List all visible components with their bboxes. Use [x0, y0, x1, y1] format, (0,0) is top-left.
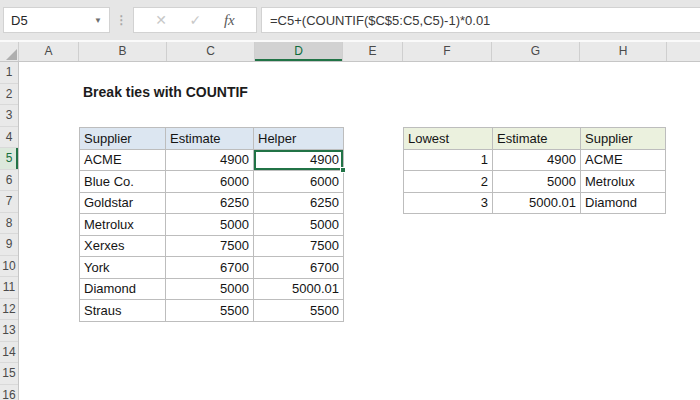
cell-B10[interactable]: York: [80, 257, 166, 279]
column-header-F[interactable]: F: [403, 42, 492, 61]
row-header-1[interactable]: 1: [0, 62, 18, 84]
cell-F5[interactable]: 1: [404, 149, 493, 171]
cell-H4[interactable]: Supplier: [581, 128, 666, 150]
enter-icon[interactable]: ✓: [190, 12, 202, 28]
cell-C12[interactable]: 5500: [166, 300, 254, 322]
cell-C9[interactable]: 7500: [166, 235, 254, 257]
table-row: Xerxes75007500: [80, 235, 344, 257]
table-row: Blue Co.60006000: [80, 171, 344, 193]
name-box[interactable]: D5 ▼: [3, 7, 110, 33]
column-header-H[interactable]: H: [580, 42, 667, 61]
formula-bar: D5 ▼ ⋮ ✕ ✓ fx =C5+(COUNTIF($C$5:C5,C5)-1…: [0, 0, 700, 40]
cell-D6[interactable]: 6000: [254, 171, 344, 193]
table-row: Metrolux50005000: [80, 214, 344, 236]
row-header-7[interactable]: 7: [0, 191, 18, 213]
row-header-3[interactable]: 3: [0, 105, 18, 127]
select-all-corner[interactable]: [0, 42, 19, 61]
cell-D9[interactable]: 7500: [254, 235, 344, 257]
table-row: Straus55005500: [80, 300, 344, 322]
cell-D8[interactable]: 5000: [254, 214, 344, 236]
row-header-15[interactable]: 15: [0, 363, 18, 385]
table-header-row: SupplierEstimateHelper: [80, 128, 344, 150]
formula-buttons: ✕ ✓ fx: [133, 7, 257, 33]
cell-B5[interactable]: ACME: [80, 149, 166, 171]
cancel-icon[interactable]: ✕: [155, 12, 167, 28]
row-header-16[interactable]: 16: [0, 385, 18, 400]
cell-G7[interactable]: 5000.01: [493, 192, 581, 214]
cell-B2-title[interactable]: Break ties with COUNTIF: [83, 81, 248, 103]
cell-C10[interactable]: 6700: [166, 257, 254, 279]
row-header-9[interactable]: 9: [0, 234, 18, 256]
formula-text: =C5+(COUNTIF($C$5:C5,C5)-1)*0.01: [270, 13, 490, 28]
row-header-5[interactable]: 5: [0, 148, 18, 170]
column-header-B[interactable]: B: [79, 42, 167, 61]
cell-C8[interactable]: 5000: [166, 214, 254, 236]
row-header-8[interactable]: 8: [0, 213, 18, 235]
column-header-A[interactable]: A: [19, 42, 79, 61]
column-headers: ABCDEFGH: [0, 42, 700, 62]
formula-bar-drag-handle-icon: ⋮: [110, 13, 133, 27]
fill-handle[interactable]: [340, 167, 346, 173]
column-header-filler: [667, 42, 700, 61]
column-header-E[interactable]: E: [343, 42, 403, 61]
table-row: 35000.01Diamond: [404, 192, 666, 214]
row-header-14[interactable]: 14: [0, 342, 18, 364]
table-row: Goldstar62506250: [80, 192, 344, 214]
column-header-G[interactable]: G: [492, 42, 580, 61]
cell-B12[interactable]: Straus: [80, 300, 166, 322]
sheet-grid: 12345678910111213141516 Break ties with …: [0, 62, 700, 400]
cell-D12[interactable]: 5500: [254, 300, 344, 322]
cell-G4[interactable]: Estimate: [493, 128, 581, 150]
cell-B6[interactable]: Blue Co.: [80, 171, 166, 193]
column-header-C[interactable]: C: [167, 42, 255, 61]
insert-function-icon[interactable]: fx: [224, 12, 235, 29]
row-header-6[interactable]: 6: [0, 170, 18, 192]
cell-B8[interactable]: Metrolux: [80, 214, 166, 236]
cell-G6[interactable]: 5000: [493, 171, 581, 193]
cell-C5[interactable]: 4900: [166, 149, 254, 171]
cell-C6[interactable]: 6000: [166, 171, 254, 193]
row-header-2[interactable]: 2: [0, 84, 18, 106]
cell-C7[interactable]: 6250: [166, 192, 254, 214]
table-row: York67006700: [80, 257, 344, 279]
cell-B9[interactable]: Xerxes: [80, 235, 166, 257]
cell-H7[interactable]: Diamond: [581, 192, 666, 214]
supplier-table: SupplierEstimateHelperACME49004900Blue C…: [79, 127, 344, 322]
row-headers: 12345678910111213141516: [0, 62, 19, 400]
cell-B4[interactable]: Supplier: [80, 128, 166, 150]
chevron-down-icon[interactable]: ▼: [94, 16, 102, 25]
lowest-table: LowestEstimateSupplier14900ACME25000Metr…: [403, 127, 666, 214]
cell-D5[interactable]: 4900: [254, 149, 344, 171]
cell-C4[interactable]: Estimate: [166, 128, 254, 150]
cell-D11[interactable]: 5000.01: [254, 278, 344, 300]
formula-input[interactable]: =C5+(COUNTIF($C$5:C5,C5)-1)*0.01: [261, 7, 700, 33]
table-row: 14900ACME: [404, 149, 666, 171]
cell-F7[interactable]: 3: [404, 192, 493, 214]
row-header-12[interactable]: 12: [0, 299, 18, 321]
column-header-D[interactable]: D: [255, 42, 343, 61]
row-header-10[interactable]: 10: [0, 256, 18, 278]
cell-C11[interactable]: 5000: [166, 278, 254, 300]
cell-F4[interactable]: Lowest: [404, 128, 493, 150]
name-box-value: D5: [11, 13, 28, 28]
cell-G5[interactable]: 4900: [493, 149, 581, 171]
cell-B11[interactable]: Diamond: [80, 278, 166, 300]
row-header-13[interactable]: 13: [0, 320, 18, 342]
select-all-triangle-icon: [6, 49, 17, 60]
row-header-4[interactable]: 4: [0, 127, 18, 149]
cell-D10[interactable]: 6700: [254, 257, 344, 279]
cell-B7[interactable]: Goldstar: [80, 192, 166, 214]
row-header-11[interactable]: 11: [0, 277, 18, 299]
cell-H6[interactable]: Metrolux: [581, 171, 666, 193]
table-row: 25000Metrolux: [404, 171, 666, 193]
cell-H5[interactable]: ACME: [581, 149, 666, 171]
table-row: ACME49004900: [80, 149, 344, 171]
table-header-row: LowestEstimateSupplier: [404, 128, 666, 150]
cell-F6[interactable]: 2: [404, 171, 493, 193]
excel-window: D5 ▼ ⋮ ✕ ✓ fx =C5+(COUNTIF($C$5:C5,C5)-1…: [0, 0, 700, 400]
cell-D4[interactable]: Helper: [254, 128, 344, 150]
table-row: Diamond50005000.01: [80, 278, 344, 300]
cell-D7[interactable]: 6250: [254, 192, 344, 214]
